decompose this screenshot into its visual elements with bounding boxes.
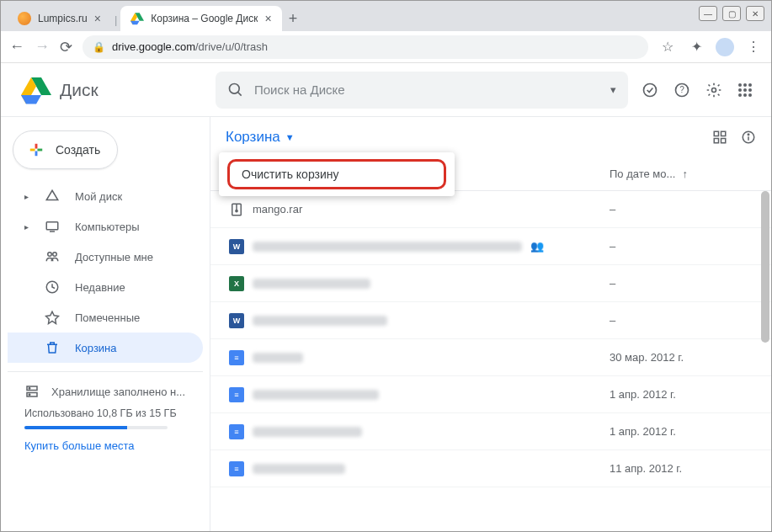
divider (8, 371, 203, 372)
svg-point-14 (748, 93, 752, 97)
maximize-button[interactable]: ▢ (722, 6, 741, 21)
file-list[interactable]: mango.rar–W👥–X–W–≡30 мар. 2012 г.≡1 апр.… (210, 191, 771, 532)
excel-file-icon: X (229, 276, 253, 291)
file-row[interactable]: ≡1 апр. 2012 г. (210, 413, 771, 450)
sidebar-item-shared[interactable]: Доступные мне (8, 242, 203, 272)
file-name (253, 390, 610, 400)
file-name (253, 279, 610, 289)
file-row[interactable]: ≡1 апр. 2012 г. (210, 376, 771, 413)
file-row[interactable]: X– (210, 265, 771, 302)
main-pane: Корзина ▼ Очистить корзину Название (210, 117, 771, 532)
browser-tab-lumpics[interactable]: Lumpics.ru × (8, 6, 111, 31)
file-name (253, 353, 610, 363)
svg-point-18 (48, 253, 52, 257)
col-date-header[interactable]: По дате мо... ↑ (610, 168, 753, 180)
sidebar-label: Недавние (75, 281, 125, 294)
profile-avatar[interactable] (716, 38, 734, 56)
favicon-lumpics (18, 12, 31, 25)
sidebar-item-computers[interactable]: ▸ Компьютеры (8, 211, 203, 242)
url-text: drive.google.com/drive/u/0/trash (112, 40, 268, 53)
reload-button[interactable]: ⟳ (60, 38, 72, 56)
empty-trash-menu-item[interactable]: Очистить корзину (227, 159, 446, 189)
archive-file-icon (229, 202, 253, 217)
sidebar-item-starred[interactable]: Помеченные (8, 302, 203, 332)
breadcrumb-dropdown[interactable]: Корзина ▼ (226, 129, 295, 146)
close-tab-icon[interactable]: × (94, 12, 101, 25)
shared-icon (45, 249, 61, 264)
storage-usage: Использовано 10,8 ГБ из 15 ГБ (24, 407, 196, 419)
settings-icon[interactable] (705, 82, 726, 98)
svg-point-10 (743, 88, 747, 92)
sidebar-item-my-drive[interactable]: ▸ Мой диск (8, 181, 203, 211)
expand-icon[interactable]: ▸ (24, 222, 31, 231)
star-icon (45, 310, 61, 325)
ready-offline-icon[interactable] (642, 82, 662, 98)
file-row[interactable]: mango.rar– (210, 191, 771, 228)
buy-storage-link[interactable]: Купить больше места (24, 439, 196, 452)
shared-icon: 👥 (530, 240, 544, 253)
drive-header: Диск Поиск на Диске ▾ ? (1, 63, 771, 117)
file-date: – (610, 240, 753, 253)
close-tab-icon[interactable]: × (264, 12, 271, 25)
svg-point-12 (738, 93, 742, 97)
minimize-button[interactable]: — (699, 6, 717, 21)
breadcrumb-label: Корзина (226, 129, 280, 146)
help-icon[interactable]: ? (674, 82, 694, 98)
file-date: 1 апр. 2012 г. (610, 388, 753, 401)
view-grid-icon[interactable] (712, 130, 727, 145)
svg-point-11 (748, 88, 752, 92)
bookmark-icon[interactable]: ☆ (658, 39, 677, 55)
search-options-icon[interactable]: ▾ (610, 83, 616, 96)
search-box[interactable]: Поиск на Диске ▾ (216, 72, 628, 109)
svg-point-7 (743, 83, 747, 87)
sidebar-item-recent[interactable]: Недавние (8, 272, 203, 302)
lock-icon: 🔒 (93, 41, 105, 53)
browser-tab-drive[interactable]: Корзина – Google Диск × (120, 6, 281, 31)
svg-point-33 (236, 210, 237, 211)
file-date: – (610, 203, 753, 215)
redacted-text (253, 242, 522, 252)
svg-rect-26 (714, 139, 718, 143)
sidebar-label: Корзина (75, 342, 117, 354)
sidebar-item-trash[interactable]: Корзина (8, 332, 203, 363)
file-row[interactable]: W– (210, 302, 771, 339)
url-input[interactable]: 🔒 drive.google.com/drive/u/0/trash (83, 35, 648, 59)
create-label: Создать (56, 143, 100, 157)
tab-separator: | (111, 13, 120, 31)
file-row[interactable]: ≡30 мар. 2012 г. (210, 339, 771, 376)
file-name: mango.rar (253, 203, 610, 215)
apps-grid-icon[interactable] (737, 82, 758, 98)
file-name (253, 427, 610, 437)
scrollbar-thumb[interactable] (761, 191, 769, 343)
trash-dropdown-menu: Очистить корзину (219, 152, 455, 196)
col-date-label: По дате мо... (610, 168, 675, 180)
file-date: 11 апр. 2012 г. (610, 462, 753, 475)
svg-point-19 (53, 253, 57, 257)
back-button[interactable]: ← (9, 38, 24, 56)
svg-point-22 (29, 388, 30, 390)
close-window-button[interactable]: ✕ (746, 6, 764, 21)
svg-marker-21 (46, 311, 59, 323)
storage-title-row[interactable]: Хранилище заполнено н... (24, 384, 196, 399)
my-drive-icon (45, 189, 61, 204)
storage-title: Хранилище заполнено н... (51, 386, 185, 398)
redacted-text (253, 353, 303, 363)
expand-icon[interactable]: ▸ (24, 192, 31, 201)
svg-text:?: ? (679, 85, 684, 94)
svg-line-1 (238, 92, 242, 95)
extensions-icon[interactable]: ✦ (687, 39, 705, 55)
svg-point-8 (748, 83, 752, 87)
word-file-icon: W (229, 313, 253, 328)
file-name (253, 316, 610, 326)
info-icon[interactable] (741, 130, 756, 145)
forward-button[interactable]: → (35, 38, 50, 56)
file-row[interactable]: W👥– (210, 228, 771, 265)
file-date: – (610, 277, 753, 290)
create-button[interactable]: Создать (13, 130, 118, 169)
browser-menu-icon[interactable]: ⋮ (744, 39, 763, 55)
drive-logo[interactable]: Диск (21, 75, 202, 105)
new-tab-button[interactable]: + (282, 10, 305, 31)
svg-point-9 (738, 88, 742, 92)
storage-fill (24, 426, 127, 429)
file-row[interactable]: ≡11 апр. 2012 г. (210, 450, 771, 487)
